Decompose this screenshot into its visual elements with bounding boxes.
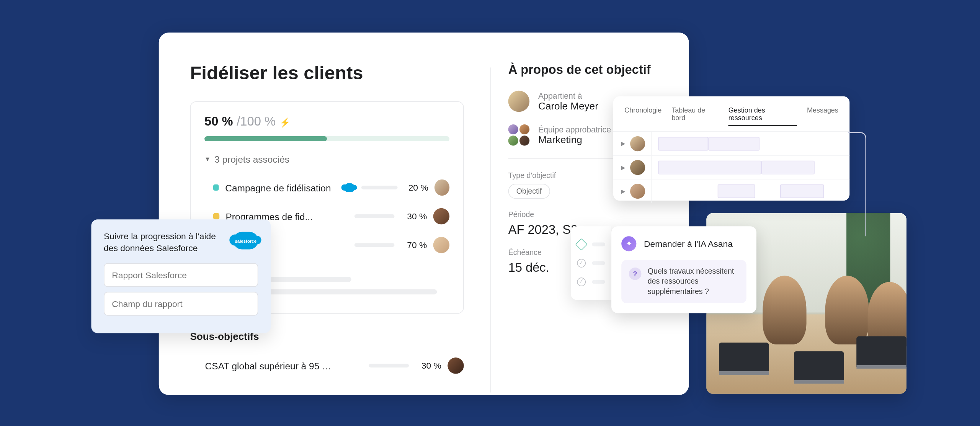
progress-max: /100 % — [237, 114, 276, 129]
team-avatars-icon — [508, 124, 530, 146]
team-name: Marketing — [538, 134, 611, 145]
avatar[interactable] — [448, 357, 464, 374]
status-list-card — [571, 226, 611, 300]
bolt-icon: ⚡ — [279, 118, 290, 127]
ai-prompt-text: Quels travaux nécessitent des ressources… — [648, 266, 739, 297]
avatar[interactable] — [433, 237, 449, 253]
project-pct: 20 % — [404, 183, 428, 193]
resource-row[interactable]: ▶ — [613, 131, 849, 155]
avatar[interactable] — [433, 208, 449, 224]
project-progress-bar — [354, 214, 395, 218]
chevron-right-icon: ▶ — [621, 188, 625, 194]
avatar — [508, 91, 530, 112]
tabs: Chronologie Tableau de bord Gestion des … — [613, 96, 849, 131]
project-row[interactable]: Campagne de fidélisation 20 % — [204, 173, 449, 202]
project-name: Campagne de fidélisation — [225, 182, 335, 193]
placeholder-bar — [592, 280, 605, 284]
resource-row[interactable]: ▶ — [613, 155, 849, 179]
project-color-icon — [213, 213, 219, 219]
team-label: Équipe approbatrice — [538, 125, 611, 134]
projects-count-label: 3 projets associés — [214, 154, 289, 165]
subgoal-progress-bar — [369, 364, 409, 367]
owner-label: Appartient à — [538, 91, 598, 100]
about-heading: À propos de cet objectif — [508, 62, 666, 77]
project-color-icon — [213, 184, 219, 191]
salesforce-popup: Suivre la progression à l'aide des donné… — [91, 219, 271, 333]
goal-panel: Fidéliser les clients 50 % /100 % ⚡ ▼ 3 … — [159, 33, 689, 395]
check-circle-icon — [577, 259, 586, 268]
status-row[interactable] — [577, 235, 605, 254]
subgoal-row[interactable]: CSAT global supérieur à 95 %... 30 % — [190, 351, 464, 380]
status-row[interactable] — [577, 254, 605, 273]
caret-down-icon: ▼ — [204, 156, 211, 163]
tab-messages[interactable]: Messages — [807, 106, 838, 126]
salesforce-report-input[interactable] — [104, 263, 258, 287]
connector-line-icon — [847, 131, 872, 238]
ai-assist-card: ✦ Demander à l'IA Asana ? Quels travaux … — [611, 226, 756, 313]
period-label: Période — [508, 210, 666, 219]
check-circle-icon — [577, 277, 586, 286]
project-pct: 70 % — [401, 240, 427, 250]
ai-prompt-card[interactable]: ? Quels travaux nécessitent des ressourc… — [621, 260, 746, 303]
salesforce-field-input[interactable] — [104, 292, 258, 315]
salesforce-logo-icon: salesforce — [233, 232, 258, 250]
subgoal-name: CSAT global supérieur à 95 %... — [205, 360, 336, 371]
progress-current: 50 % — [204, 114, 233, 129]
tab-gestion-ressources[interactable]: Gestion des ressources — [728, 106, 797, 126]
project-pct: 30 % — [401, 211, 427, 221]
progress-bar — [204, 136, 449, 141]
tab-chronologie[interactable]: Chronologie — [624, 106, 662, 126]
diamond-icon — [575, 238, 588, 250]
placeholder-bar — [592, 261, 605, 265]
chevron-right-icon: ▶ — [621, 140, 625, 147]
ai-title: Demander à l'IA Asana — [644, 239, 733, 249]
placeholder-bar — [592, 243, 605, 246]
salesforce-popup-heading: Suivre la progression à l'aide des donné… — [104, 231, 225, 255]
goal-type-pill: Objectif — [508, 184, 550, 199]
resource-card: Chronologie Tableau de bord Gestion des … — [613, 96, 849, 201]
avatar — [630, 136, 645, 151]
owner-name: Carole Meyer — [538, 100, 598, 111]
sparkle-icon: ✦ — [621, 236, 636, 251]
project-progress-bar — [354, 243, 395, 247]
project-progress-bar — [361, 186, 398, 189]
tab-tableau-de-bord[interactable]: Tableau de bord — [671, 106, 718, 126]
avatar[interactable] — [434, 180, 449, 196]
question-icon: ? — [629, 268, 642, 280]
status-row[interactable] — [577, 273, 605, 291]
goal-title: Fidéliser les clients — [190, 62, 464, 84]
salesforce-icon — [344, 183, 355, 192]
chevron-right-icon: ▶ — [621, 164, 625, 170]
projects-toggle[interactable]: ▼ 3 projets associés — [204, 154, 449, 165]
avatar — [630, 183, 645, 198]
subgoal-pct: 30 % — [415, 361, 441, 371]
avatar — [630, 160, 645, 175]
resource-row[interactable]: ▶ — [613, 179, 849, 202]
